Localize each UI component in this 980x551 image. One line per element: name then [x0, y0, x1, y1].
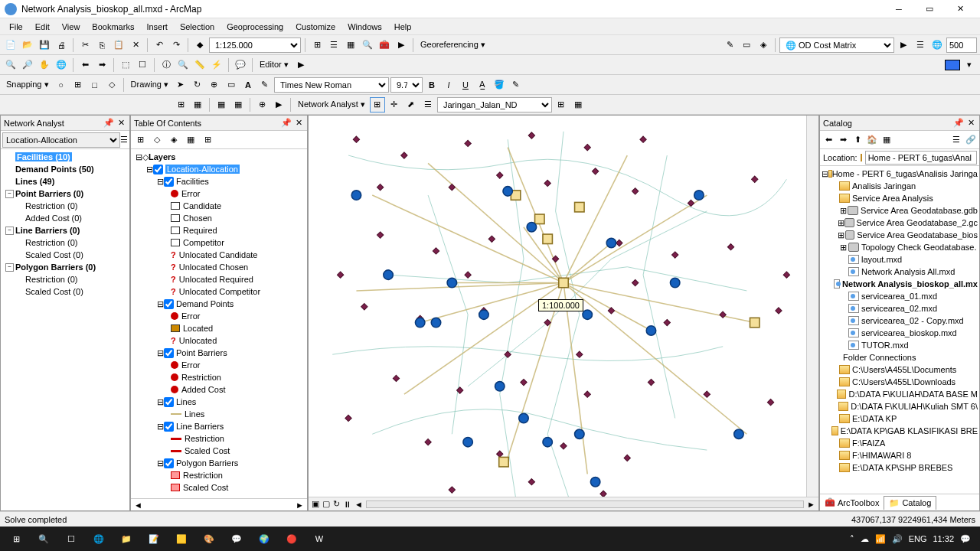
list-by-visibility-icon[interactable]: ◈: [166, 132, 181, 148]
back-icon[interactable]: ⬅: [822, 133, 835, 147]
toc-symbol[interactable]: Error: [132, 310, 305, 322]
tray-notifications-icon[interactable]: 💬: [960, 534, 971, 544]
tray-chevron-icon[interactable]: ˄: [850, 534, 854, 544]
cat-item[interactable]: C:\Users\A455L\Downloads: [822, 376, 978, 388]
select-features-icon[interactable]: ⬚: [118, 57, 133, 73]
layout-view-icon[interactable]: ▢: [322, 499, 330, 509]
identify-icon[interactable]: ⓘ: [158, 57, 174, 73]
hyperlink-icon[interactable]: ⚡: [209, 57, 224, 73]
up-icon[interactable]: ⬆: [851, 133, 864, 147]
toc-tree[interactable]: ⊟ ◇ Layers⊟Location-Allocation⊟ Faciliti…: [131, 149, 307, 498]
more-tools-icon[interactable]: ▾: [962, 57, 977, 73]
scale-combo[interactable]: 1:125.000: [209, 37, 301, 53]
na-subitem[interactable]: Scaled Cost (0): [2, 285, 128, 298]
toc-group[interactable]: ⊟ Point Barriers: [132, 347, 305, 359]
cat-item[interactable]: F:\FAIZA: [822, 437, 978, 449]
network-dataset-combo[interactable]: Jaringan_Jalan_ND: [437, 97, 552, 112]
italic-icon[interactable]: I: [441, 77, 456, 93]
cat-root[interactable]: ⊟ Home - PERT 6_tugas\Analisis Jaringa: [822, 168, 978, 180]
toc-symbol[interactable]: Error: [132, 187, 305, 200]
na-directions-icon[interactable]: ☰: [420, 97, 436, 112]
list-by-drawing-icon[interactable]: ⊞: [132, 132, 148, 148]
delete-icon[interactable]: ✕: [128, 37, 143, 53]
save-icon[interactable]: 💾: [37, 37, 52, 53]
toolbox-icon[interactable]: 🧰: [377, 37, 392, 53]
measure-icon[interactable]: 📏: [192, 57, 207, 73]
location-field[interactable]: [865, 151, 977, 165]
toc-symbol[interactable]: Required: [132, 224, 305, 236]
fill-color-icon[interactable]: 🪣: [492, 77, 507, 93]
na-add-icon[interactable]: ⊕: [254, 97, 270, 112]
line-color-icon[interactable]: ✎: [508, 77, 524, 93]
na-item[interactable]: Demand Points (50): [2, 163, 128, 175]
select-element-icon[interactable]: ➤: [173, 77, 188, 93]
minimize-button[interactable]: ─: [884, 0, 914, 18]
chrome-icon[interactable]: 🌐: [86, 528, 112, 549]
map-scrollbar-v[interactable]: [806, 116, 818, 497]
cat-item[interactable]: Folder Connections: [822, 351, 978, 364]
cat-item[interactable]: Network Analysis All.mxd: [822, 266, 978, 278]
globe-icon[interactable]: 🌐: [929, 37, 945, 53]
cat-item[interactable]: ⊞Service Area Geodatabase.gdb: [822, 204, 978, 217]
word-icon[interactable]: W: [306, 528, 332, 549]
menu-file[interactable]: File: [3, 21, 29, 33]
html-popup-icon[interactable]: 💬: [233, 57, 248, 73]
toc-symbol[interactable]: ?Unlocated Competitor: [132, 285, 305, 298]
menu-view[interactable]: View: [56, 21, 87, 33]
cat-close-icon[interactable]: ✕: [965, 118, 976, 129]
toc-symbol[interactable]: Scaled Cost: [132, 445, 305, 457]
back-icon[interactable]: ⬅: [77, 57, 93, 73]
toc-layers[interactable]: ⊟ ◇ Layers: [132, 151, 305, 163]
select-tool-icon[interactable]: ▭: [739, 37, 754, 53]
na-subitem[interactable]: Restriction (0): [2, 200, 128, 212]
chat-icon[interactable]: 💬: [224, 528, 250, 549]
na-item[interactable]: −Polygon Barriers (0): [2, 261, 128, 273]
na-props-button[interactable]: ☰: [120, 135, 128, 145]
search-taskbar-icon[interactable]: 🔍: [31, 528, 57, 549]
na-subitem[interactable]: Added Cost (0): [2, 212, 128, 224]
edit-tool-icon[interactable]: ✎: [722, 37, 737, 53]
toc-icon[interactable]: ☰: [326, 37, 341, 53]
print-icon[interactable]: 🖨: [54, 37, 69, 53]
list-by-source-icon[interactable]: ◇: [149, 132, 165, 148]
toc-group[interactable]: ⊟ Facilities: [132, 175, 305, 187]
cat-item[interactable]: servicearea_02.mxd: [822, 302, 978, 315]
undo-icon[interactable]: ↶: [152, 37, 167, 53]
na-layer-combo[interactable]: Location-Allocation: [2, 132, 120, 148]
list-icon[interactable]: ☰: [949, 133, 963, 147]
toc-group[interactable]: ⊟ Demand Points: [132, 298, 305, 310]
toc-symbol[interactable]: ?Unlocated Candidate: [132, 249, 305, 261]
snap-vertex-icon[interactable]: □: [87, 77, 103, 93]
cat-item[interactable]: E:\DATA KP\SHP BREBES: [822, 461, 978, 474]
toc-group[interactable]: ⊟ Line Barriers: [132, 420, 305, 432]
toc-symbol[interactable]: Candidate: [132, 200, 305, 212]
menu-help[interactable]: Help: [388, 21, 418, 33]
cat-item[interactable]: servicearea_01.mxd: [822, 290, 978, 302]
cat-item[interactable]: E:\DATA KP\GAB KLASIFIKASI BRE: [822, 425, 978, 437]
map-view[interactable]: 1:100.000 ▣ ▢ ↻ ⏸ ◄►: [308, 115, 819, 511]
cat-item[interactable]: Service Area Analysis: [822, 192, 978, 204]
options-icon[interactable]: ⊞: [200, 132, 215, 148]
toc-symbol[interactable]: Restriction: [132, 432, 305, 445]
cut-icon[interactable]: ✂: [77, 37, 93, 53]
menu-windows[interactable]: Windows: [341, 21, 388, 33]
snapping-label[interactable]: Snapping ▾: [3, 80, 52, 90]
toc-symbol[interactable]: Restriction: [132, 371, 305, 383]
na-item[interactable]: −Line Barriers (0): [2, 224, 128, 236]
notepad-icon[interactable]: 📝: [141, 528, 167, 549]
cat-item[interactable]: Analisis Jaringan: [822, 180, 978, 192]
open-icon[interactable]: 📂: [20, 37, 35, 53]
tray-cloud-icon[interactable]: ☁: [861, 534, 869, 544]
toc-symbol[interactable]: Located: [132, 322, 305, 334]
georef-label[interactable]: Georeferencing ▾: [417, 40, 488, 50]
pin-icon[interactable]: 📌: [103, 118, 114, 129]
bold-icon[interactable]: B: [424, 77, 439, 93]
cat-item[interactable]: F:\HIMAWARI 8: [822, 449, 978, 461]
menu-customize[interactable]: Customize: [289, 21, 341, 33]
od-value-field[interactable]: [946, 37, 977, 53]
paste-icon[interactable]: 📋: [111, 37, 126, 53]
fill-color-swatch[interactable]: [945, 60, 960, 70]
forward-icon[interactable]: ➡: [836, 133, 850, 147]
na-subitem[interactable]: Scaled Cost (0): [2, 249, 128, 261]
cat-item[interactable]: D:\DATA F\KULIAH\DATA BASE M: [822, 388, 978, 400]
